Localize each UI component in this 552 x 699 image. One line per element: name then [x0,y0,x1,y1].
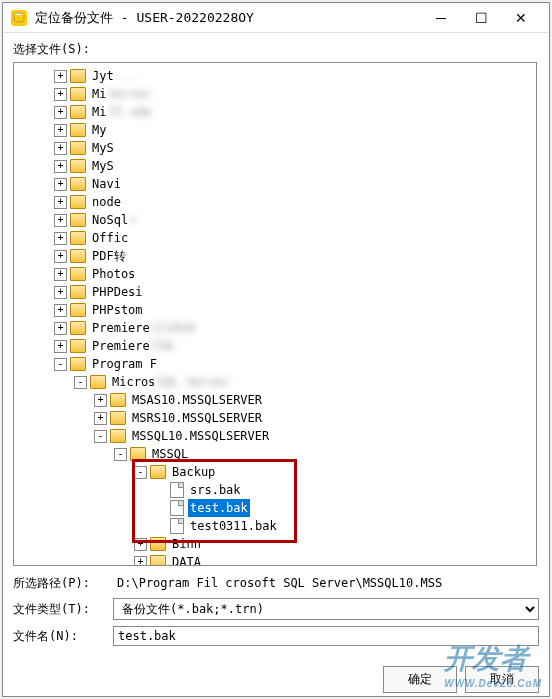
tree-node-label[interactable]: DATA [170,553,203,566]
tree-node-label[interactable]: Premiere [90,319,152,337]
tree-node-label[interactable]: test0311.bak [188,517,279,535]
tree-node[interactable]: -MSSQL10.MSSQLSERVER [14,427,536,445]
minimize-button[interactable]: ─ [421,4,461,32]
tree-node[interactable]: +Binn [14,535,536,553]
collapse-icon[interactable]: - [134,466,147,479]
expand-icon[interactable]: + [54,88,67,101]
expand-icon[interactable]: + [54,250,67,263]
expand-icon[interactable]: + [134,538,147,551]
tree-node[interactable]: -Micros SQL Server [14,373,536,391]
tree-node[interactable]: +PHPstom [14,301,536,319]
tree-node-label[interactable]: Navi [90,175,123,193]
expand-icon[interactable]: + [54,214,67,227]
redacted-text: ... [116,67,138,85]
tree-node-label[interactable]: MSAS10.MSSQLSERVER [130,391,264,409]
folder-icon [70,249,86,263]
tree-node-label[interactable]: Binn [170,535,203,553]
tree-node-label[interactable]: PHPDesi [90,283,145,301]
app-icon [11,10,27,26]
tree-node[interactable]: +Mi ft ode [14,103,536,121]
expand-icon[interactable]: + [94,412,107,425]
cancel-button[interactable]: 取消 [465,666,539,693]
expand-icon[interactable]: + [54,178,67,191]
redacted-text: Server [108,85,151,103]
tree-node-label[interactable]: MyS [90,157,116,175]
tree-node[interactable]: +node [14,193,536,211]
tree-node[interactable]: +MSRS10.MSSQLSERVER [14,409,536,427]
expand-icon[interactable]: + [54,340,67,353]
titlebar[interactable]: 定位备份文件 - USER-20220228OY ─ ☐ ✕ [3,3,549,33]
tree-node-label[interactable]: Mi [90,85,108,103]
tree-node-label[interactable]: My [90,121,108,139]
collapse-icon[interactable]: - [114,448,127,461]
file-icon [170,518,184,534]
expand-icon[interactable]: + [54,304,67,317]
tree-node[interactable]: +Offic [14,229,536,247]
tree-node[interactable]: +MyS [14,139,536,157]
collapse-icon[interactable]: - [94,430,107,443]
path-label: 所选路径(P): [13,575,113,592]
tree-node-label[interactable]: MSSQL10.MSSQLSERVER [130,427,271,445]
tree-node-label[interactable]: Micros [110,373,157,391]
tree-node-label[interactable]: MyS [90,139,116,157]
tree-node[interactable]: +Jyt... [14,67,536,85]
tree-node[interactable]: test.bak [14,499,536,517]
tree-node[interactable]: +Navi [14,175,536,193]
expand-icon[interactable]: + [54,70,67,83]
dialog-window: 定位备份文件 - USER-20220228OY ─ ☐ ✕ 选择文件(S): … [2,2,550,697]
expand-icon[interactable]: + [54,232,67,245]
expand-icon[interactable]: + [54,124,67,137]
collapse-icon[interactable]: - [54,358,67,371]
tree-node[interactable]: +PDF转 [14,247,536,265]
tree-node[interactable]: +Mi Server [14,85,536,103]
maximize-button[interactable]: ☐ [461,4,501,32]
expand-icon[interactable]: + [54,142,67,155]
tree-node[interactable]: +PHPDesi [14,283,536,301]
tree-node[interactable]: -Program F [14,355,536,373]
ok-button[interactable]: 确定 [383,666,457,693]
tree-node-label[interactable]: PHPstom [90,301,145,319]
tree-node-label[interactable]: MSRS10.MSSQLSERVER [130,409,264,427]
tree-node-label[interactable]: Jyt [90,67,116,85]
tree-node-label[interactable]: Premiere [90,337,152,355]
folder-icon [70,69,86,83]
folder-open-icon [70,357,86,371]
tree-node[interactable]: +Premiere CC2020 [14,319,536,337]
tree-node-label[interactable]: Offic [90,229,130,247]
file-tree[interactable]: +Jyt...+Mi Server+Mi ft ode+My +MyS +MyS… [13,62,537,566]
tree-node[interactable]: +My [14,121,536,139]
tree-node[interactable]: -MSSQL [14,445,536,463]
tree-node-label[interactable]: NoSql [90,211,130,229]
tree-node[interactable]: srs.bak [14,481,536,499]
tree-node-label[interactable]: Photos [90,265,137,283]
expand-icon[interactable]: + [54,196,67,209]
tree-node-label[interactable]: MSSQL [150,445,190,463]
tree-node[interactable]: -Backup [14,463,536,481]
tree-node[interactable]: +MyS [14,157,536,175]
expand-icon[interactable]: + [54,268,67,281]
expand-icon[interactable]: + [54,322,67,335]
tree-node[interactable]: +NoSql r [14,211,536,229]
expand-icon[interactable]: + [94,394,107,407]
expand-icon[interactable]: + [134,556,147,567]
tree-node-label[interactable]: srs.bak [188,481,243,499]
tree-node-label[interactable]: Program F [90,355,159,373]
tree-node[interactable]: +DATA [14,553,536,566]
expand-icon[interactable]: + [54,286,67,299]
tree-node[interactable]: +Photos [14,265,536,283]
tree-node[interactable]: test0311.bak [14,517,536,535]
collapse-icon[interactable]: - [74,376,87,389]
expand-icon[interactable]: + [54,160,67,173]
tree-node[interactable]: +Premiere CS6 [14,337,536,355]
tree-node-label[interactable]: test.bak [188,499,250,517]
filename-input[interactable] [113,626,539,646]
close-button[interactable]: ✕ [501,4,541,32]
tree-node-label[interactable]: PDF转 [90,247,128,265]
tree-node-label[interactable]: Mi [90,103,108,121]
expand-icon[interactable]: + [54,106,67,119]
tree-node-label[interactable]: node [90,193,123,211]
filetype-select[interactable]: 备份文件(*.bak;*.trn) [113,598,539,620]
file-icon [170,500,184,516]
tree-node-label[interactable]: Backup [170,463,217,481]
tree-node[interactable]: +MSAS10.MSSQLSERVER [14,391,536,409]
